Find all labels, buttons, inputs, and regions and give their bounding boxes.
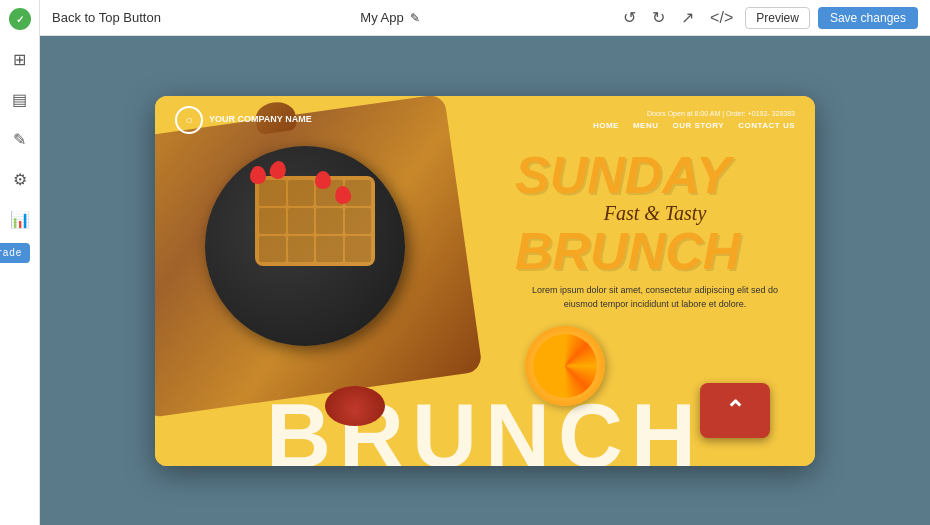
pointer-button[interactable]: ↗ (677, 6, 698, 29)
hero-title-line1: SUNDAY (515, 151, 795, 200)
site-logo: ○ YOUR COMPANY NAME (175, 106, 312, 134)
app-name-edit-icon[interactable]: ✎ (410, 11, 420, 25)
site-nav: HOME MENU OUR STORY CONTACT US (593, 121, 795, 130)
hero-description: Lorem ipsum dolor sit amet, consectetur … (515, 284, 795, 311)
topbar-left: Back to Top Button (52, 10, 161, 25)
chevron-up-icon: ⌃ (725, 396, 745, 424)
strawberry-4 (315, 171, 331, 189)
save-button[interactable]: Save changes (818, 7, 918, 29)
back-to-top-button[interactable]: ⌃ (700, 383, 770, 438)
logo-circle-icon: ○ (175, 106, 203, 134)
nav-home[interactable]: HOME (593, 121, 619, 130)
topbar: Back to Top Button My App ✎ ↺ ↻ ↗ </> Pr… (40, 0, 930, 36)
undo-button[interactable]: ↺ (619, 6, 640, 29)
orange-half (525, 326, 605, 406)
preview-card: BRUNCH ○ YOUR COMPANY NAME Doors Open at… (155, 96, 815, 466)
nav-our-story[interactable]: OUR STORY (673, 121, 725, 130)
strawberry-1 (250, 166, 266, 184)
sidebar-chart-icon[interactable]: 📊 (9, 208, 31, 230)
hero-title-line2: BRUNCH (515, 227, 795, 276)
topbar-center: My App ✎ (360, 10, 419, 25)
app-name-label: My App (360, 10, 403, 25)
sidebar-layers-icon[interactable]: ▤ (9, 88, 31, 110)
sidebar-settings-icon[interactable]: ⚙ (9, 168, 31, 190)
sauce-bowl (325, 386, 385, 426)
site-header: ○ YOUR COMPANY NAME Doors Open at 8:00 A… (155, 96, 815, 142)
nav-contact[interactable]: CONTACT US (738, 121, 795, 130)
site-tagline: Doors Open at 8:00 AM | Order: +0192- 32… (593, 110, 795, 117)
site-header-right: Doors Open at 8:00 AM | Order: +0192- 32… (593, 110, 795, 130)
redo-button[interactable]: ↻ (648, 6, 669, 29)
back-to-top-label: Back to Top Button (52, 10, 161, 25)
hero-content: SUNDAY Fast & Tasty BRUNCH Lorem ipsum d… (515, 151, 795, 312)
main-area: Back to Top Button My App ✎ ↺ ↻ ↗ </> Pr… (40, 0, 930, 525)
canvas-area: BRUNCH ○ YOUR COMPANY NAME Doors Open at… (40, 36, 930, 525)
code-button[interactable]: </> (706, 7, 737, 29)
sidebar-logo-icon[interactable]: ✓ (9, 8, 31, 30)
topbar-right: ↺ ↻ ↗ </> Preview Save changes (619, 6, 918, 29)
logo-text: YOUR COMPANY NAME (209, 114, 312, 125)
sidebar-pen-icon[interactable]: ✎ (9, 128, 31, 150)
nav-menu[interactable]: MENU (633, 121, 659, 130)
preview-button[interactable]: Preview (745, 7, 810, 29)
upgrade-button[interactable]: Upgrade (0, 243, 30, 263)
waffle (255, 176, 375, 266)
sidebar-grid-icon[interactable]: ⊞ (9, 48, 31, 70)
